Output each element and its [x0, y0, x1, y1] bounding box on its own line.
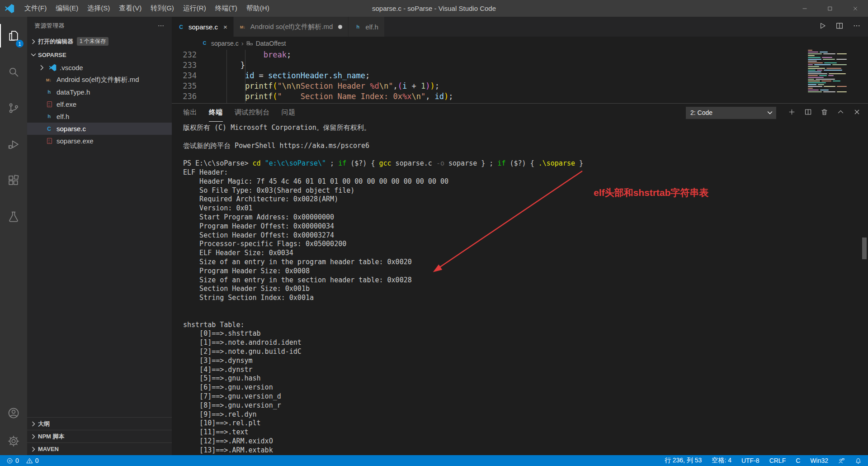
maximize-panel-button[interactable] — [837, 108, 844, 118]
bell-status[interactable] — [855, 457, 862, 464]
status-text: CRLF — [769, 457, 786, 464]
svg-text:M↓: M↓ — [46, 78, 52, 82]
status-item[interactable]: C — [796, 457, 800, 464]
breadcrumb[interactable]: C soparse.c › DataOffest — [172, 37, 868, 50]
file-row[interactable]: hdataType.h — [27, 86, 172, 98]
minimap-line — [808, 82, 847, 83]
breadcrumb-symbol[interactable]: DataOffest — [256, 40, 286, 47]
activity-test-beaker[interactable] — [0, 199, 27, 235]
activity-extensions[interactable] — [0, 162, 27, 199]
terminal-line — [183, 312, 868, 321]
terminal-line: [7]==>.gnu.version_d — [183, 392, 868, 401]
minimap-bar — [823, 53, 835, 54]
indent-spacer — [38, 76, 46, 84]
menu-item[interactable]: 查看(V) — [114, 0, 146, 17]
activity-settings-gear[interactable] — [0, 427, 27, 455]
activity-account[interactable] — [0, 399, 27, 427]
close-icon[interactable]: × — [223, 24, 227, 30]
tab[interactable]: Csoparse.c× — [172, 17, 234, 37]
menu-item[interactable]: 文件(F) — [20, 0, 51, 17]
file-row[interactable]: .vscode — [27, 62, 172, 74]
sidebar-section-label: MAVEN — [38, 446, 59, 452]
minimap-line — [808, 61, 847, 62]
feedback-status[interactable] — [838, 457, 845, 464]
split-editor-button[interactable] — [835, 22, 844, 32]
status-item[interactable]: 行 236, 列 53 — [665, 456, 702, 465]
open-editors-section[interactable]: 打开的编辑器 1 个未保存 — [27, 35, 172, 48]
file-row[interactable]: Csoparse.c — [27, 123, 172, 135]
activity-files[interactable]: 1 — [0, 18, 27, 54]
sidebar-section[interactable]: MAVEN — [27, 442, 172, 455]
status-item[interactable]: 空格: 4 — [712, 456, 731, 465]
new-terminal-button[interactable] — [788, 108, 796, 118]
window-title: soparse.c - soParse - Visual Studio Code — [372, 5, 496, 12]
minimap-line — [808, 68, 847, 69]
sidebar-section[interactable]: 大纲 — [27, 417, 172, 430]
minimap[interactable] — [808, 50, 847, 103]
minimap-bar — [808, 57, 821, 58]
minimap-bar — [808, 64, 813, 65]
terminal-picker-dropdown[interactable]: 2: Code — [686, 107, 776, 119]
panel-tab-调试控制台[interactable]: 调试控制台 — [235, 104, 270, 122]
more-actions-icon[interactable] — [157, 22, 165, 29]
code-text: break; — [208, 50, 291, 60]
minimap-bar — [820, 52, 828, 52]
menu-item[interactable]: 编辑(E) — [51, 0, 83, 17]
panel-tab-终端[interactable]: 终端 — [209, 104, 223, 122]
split-terminal-button[interactable] — [804, 108, 812, 118]
svg-text:h: h — [47, 114, 51, 119]
scrollbar-thumb[interactable] — [862, 238, 867, 259]
code-editor[interactable]: 232 break;233 }234 id = sectionHeader.sh… — [172, 50, 868, 103]
error-status[interactable]: 0 — [6, 457, 19, 464]
activity-bar: 1 — [0, 17, 27, 455]
terminal-output[interactable]: 版权所有 (C) Microsoft Corporation。保留所有权利。尝试… — [172, 122, 868, 455]
breadcrumb-file[interactable]: soparse.c — [211, 40, 239, 47]
minimap-line — [808, 55, 847, 56]
terminal-line: Size of an entry in the section header t… — [183, 276, 868, 285]
file-row[interactable]: helf.h — [27, 110, 172, 123]
run-debug-icon — [7, 138, 20, 151]
account-icon — [7, 407, 20, 419]
more-actions-button[interactable] — [853, 22, 861, 32]
terminal-picker-value: 2: Code — [690, 109, 712, 116]
kill-terminal-button[interactable] — [821, 108, 828, 118]
minimap-line — [808, 81, 847, 81]
project-section[interactable]: SOPARSE — [27, 48, 172, 62]
status-right: 行 236, 列 53空格: 4UTF-8CRLFCWin32 — [655, 456, 862, 465]
close-button[interactable] — [843, 0, 868, 17]
terminal-line: [4]==>.dynstr — [183, 366, 868, 375]
sidebar-section[interactable]: NPM 脚本 — [27, 430, 172, 442]
close-panel-button[interactable] — [853, 108, 861, 118]
menu-item[interactable]: 帮助(H) — [242, 0, 274, 17]
status-item[interactable]: CRLF — [769, 457, 786, 464]
maximize-button[interactable] — [817, 0, 843, 17]
indent-spacer — [38, 101, 46, 108]
panel-tab-问题[interactable]: 问题 — [282, 104, 296, 122]
activity-source-control[interactable] — [0, 90, 27, 126]
activity-search[interactable] — [0, 54, 27, 90]
menu-item[interactable]: 转到(G) — [146, 0, 179, 17]
status-item[interactable]: Win32 — [810, 457, 828, 464]
terminal-line: Start Program Address: 0x00000000 — [183, 213, 868, 222]
menu-item[interactable]: 终端(T) — [211, 0, 242, 17]
panel-tab-输出[interactable]: 输出 — [183, 104, 197, 122]
run-button[interactable] — [818, 22, 826, 32]
file-row[interactable]: 0110soparse.exe — [27, 135, 172, 147]
terminal-line: [8]==>.gnu.version_r — [183, 401, 868, 410]
activity-run-debug[interactable] — [0, 126, 27, 162]
minimize-button[interactable] — [792, 0, 817, 17]
warning-status[interactable]: 0 — [26, 457, 39, 464]
dirty-dot-icon[interactable] — [338, 25, 342, 29]
file-row[interactable]: 0110elf.exe — [27, 98, 172, 110]
status-text: 0 — [15, 457, 19, 464]
file-row[interactable]: M↓Android so(elf)文件解析.md — [27, 74, 172, 86]
status-item[interactable]: UTF-8 — [741, 457, 760, 464]
menu-item[interactable]: 运行(R) — [179, 0, 211, 17]
bell-icon — [855, 457, 862, 464]
source-control-icon — [7, 102, 20, 114]
menu-item[interactable]: 选择(S) — [83, 0, 114, 17]
minimap-bar — [823, 59, 835, 60]
tab[interactable]: M↓Android so(elf)文件解析.md — [234, 17, 349, 37]
tab[interactable]: helf.h — [349, 17, 384, 37]
minimap-line — [808, 70, 847, 71]
